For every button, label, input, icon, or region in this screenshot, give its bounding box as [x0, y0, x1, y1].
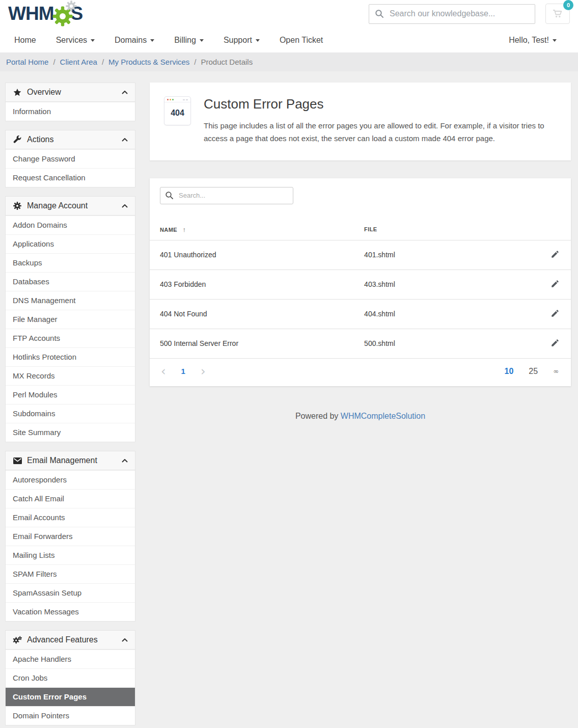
- nav-item-services[interactable]: Services: [56, 36, 95, 45]
- edit-button[interactable]: [549, 308, 561, 320]
- cell-file: 500.shtml: [354, 329, 538, 358]
- panel-email-management-header[interactable]: Email Management: [6, 451, 135, 470]
- panel-title: Manage Account: [27, 201, 88, 210]
- cart-icon: [552, 9, 563, 19]
- sidebar-item-apache-handlers[interactable]: Apache Handlers: [6, 650, 135, 668]
- sidebar-item-email-forwarders[interactable]: Email Forwarders: [6, 527, 135, 546]
- cart-count-badge: 0: [563, 0, 573, 10]
- nav-item-home[interactable]: Home: [14, 36, 36, 45]
- search-icon: [165, 191, 174, 200]
- sidebar-item-spam-filters[interactable]: SPAM Filters: [6, 564, 135, 583]
- sidebar-item-backups[interactable]: Backups: [6, 253, 135, 272]
- panel-advanced-features-header[interactable]: Advanced Features: [6, 631, 135, 650]
- nav-item-support[interactable]: Support: [224, 36, 260, 45]
- cell-file: 403.shtml: [354, 269, 538, 299]
- sidebar-item-site-summary[interactable]: Site Summary: [6, 423, 135, 442]
- nav-item-open-ticket[interactable]: Open Ticket: [280, 36, 323, 45]
- breadcrumb-products-services[interactable]: My Products & Services: [108, 58, 189, 66]
- sidebar-item-custom-error-pages[interactable]: Custom Error Pages: [6, 687, 135, 706]
- breadcrumb: Portal Home / Client Area / My Products …: [0, 52, 578, 71]
- user-menu[interactable]: Hello, Test!: [509, 36, 557, 45]
- sidebar-item-change-password[interactable]: Change Password: [6, 149, 135, 168]
- sidebar-item-cron-jobs[interactable]: Cron Jobs: [6, 668, 135, 687]
- table-row: 500 Internal Server Error 500.shtml: [150, 329, 571, 358]
- sidebar-item-domain-pointers[interactable]: Domain Pointers: [6, 706, 135, 725]
- column-header-name[interactable]: NAME ↑: [150, 219, 354, 240]
- pencil-icon: [551, 309, 560, 318]
- chevron-up-icon[interactable]: [122, 459, 128, 463]
- nav-item-domains[interactable]: Domains: [115, 36, 154, 45]
- sidebar-item-vacation-messages[interactable]: Vacation Messages: [6, 602, 135, 621]
- sort-ascending-icon: ↑: [182, 226, 186, 233]
- cell-file: 401.shtml: [354, 240, 538, 269]
- page-size-10[interactable]: 10: [505, 367, 514, 376]
- breadcrumb-current: Product Details: [201, 58, 253, 66]
- sidebar-item-addon-domains[interactable]: Addon Domains: [6, 215, 135, 234]
- sidebar-item-file-manager[interactable]: File Manager: [6, 310, 135, 329]
- sidebar-item-mx-records[interactable]: MX Records: [6, 366, 135, 385]
- page-header-card: 404 Custom Error Pages This page include…: [150, 83, 571, 160]
- sidebar-item-mailing-lists[interactable]: Mailing Lists: [6, 546, 135, 564]
- whmcompletesolution-link[interactable]: WHMCompleteSolution: [341, 412, 425, 420]
- sidebar-item-ftp-accounts[interactable]: FTP Accounts: [6, 329, 135, 347]
- panel-title: Overview: [27, 88, 61, 97]
- edit-button[interactable]: [549, 249, 561, 261]
- sidebar-item-hotlinks-protection[interactable]: Hotlinks Protection: [6, 347, 135, 366]
- nav-item-billing[interactable]: Billing: [174, 36, 204, 45]
- page-size-all[interactable]: ∞: [553, 367, 559, 375]
- panel-overview: Overview Information: [5, 83, 135, 121]
- sidebar-item-catch-all-email[interactable]: Catch All Email: [6, 489, 135, 508]
- caret-down-icon: [256, 39, 260, 42]
- panel-manage-account-header[interactable]: Manage Account: [6, 197, 135, 215]
- pagination-next-icon[interactable]: ›: [201, 365, 206, 378]
- pagination-page-1[interactable]: 1: [181, 367, 185, 375]
- panel-manage-account: Manage Account Addon Domains Application…: [5, 196, 135, 442]
- sidebar-item-dns-management[interactable]: DNS Management: [6, 291, 135, 310]
- table-row: 404 Not Found 404.shtml: [150, 299, 571, 329]
- panel-email-management: Email Management Autoresponders Catch Al…: [5, 451, 135, 622]
- knowledgebase-search: [369, 4, 535, 24]
- gear-icon: [13, 202, 22, 210]
- caret-down-icon: [91, 39, 95, 42]
- main-content: 404 Custom Error Pages This page include…: [150, 83, 571, 421]
- pencil-icon: [551, 250, 560, 259]
- whmcs-logo: WHM: [8, 2, 82, 25]
- knowledgebase-search-input[interactable]: [369, 4, 535, 24]
- edit-button[interactable]: [549, 337, 561, 350]
- error-pages-table: NAME ↑ FILE 401 Unauthorized 401.shtml: [150, 219, 571, 359]
- sidebar-item-subdomains[interactable]: Subdomains: [6, 404, 135, 423]
- cell-name: 403 Forbidden: [150, 269, 354, 299]
- pencil-icon: [551, 338, 560, 347]
- footer: Powered by WHMCompleteSolution: [150, 412, 571, 421]
- sidebar-item-request-cancellation[interactable]: Request Cancellation: [6, 168, 135, 187]
- breadcrumb-client-area[interactable]: Client Area: [60, 58, 97, 66]
- cart-button[interactable]: 0: [545, 4, 570, 24]
- sidebar-item-spamassasin-setup[interactable]: SpamAssasin Setup: [6, 583, 135, 602]
- panel-actions-header[interactable]: Actions: [6, 130, 135, 149]
- logo-gear-icon: [52, 2, 75, 25]
- chevron-up-icon[interactable]: [122, 91, 128, 94]
- star-icon: [13, 89, 22, 96]
- panel-overview-header[interactable]: Overview: [6, 83, 135, 102]
- sidebar-item-email-accounts[interactable]: Email Accounts: [6, 508, 135, 527]
- sidebar-item-information[interactable]: Information: [6, 102, 135, 121]
- chevron-up-icon[interactable]: [122, 138, 128, 142]
- table-search-input[interactable]: [160, 187, 293, 204]
- cell-name: 500 Internal Server Error: [150, 329, 354, 358]
- pagination-prev-icon[interactable]: ‹: [161, 365, 166, 378]
- cell-name: 401 Unauthorized: [150, 240, 354, 269]
- sidebar-item-autoresponders[interactable]: Autoresponders: [6, 470, 135, 489]
- sidebar-item-applications[interactable]: Applications: [6, 234, 135, 253]
- page-size-25[interactable]: 25: [529, 367, 538, 376]
- column-header-file[interactable]: FILE: [354, 219, 538, 240]
- sidebar-item-databases[interactable]: Databases: [6, 272, 135, 291]
- panel-title: Actions: [27, 135, 53, 144]
- envelope-icon: [13, 457, 22, 464]
- chevron-up-icon[interactable]: [122, 204, 128, 208]
- chevron-up-icon[interactable]: [122, 638, 128, 642]
- sidebar-item-perl-modules[interactable]: Perl Modules: [6, 385, 135, 404]
- table-search: [160, 187, 293, 204]
- breadcrumb-portal-home[interactable]: Portal Home: [6, 58, 48, 66]
- grey-gear-icon: [66, 1, 77, 12]
- edit-button[interactable]: [549, 278, 561, 291]
